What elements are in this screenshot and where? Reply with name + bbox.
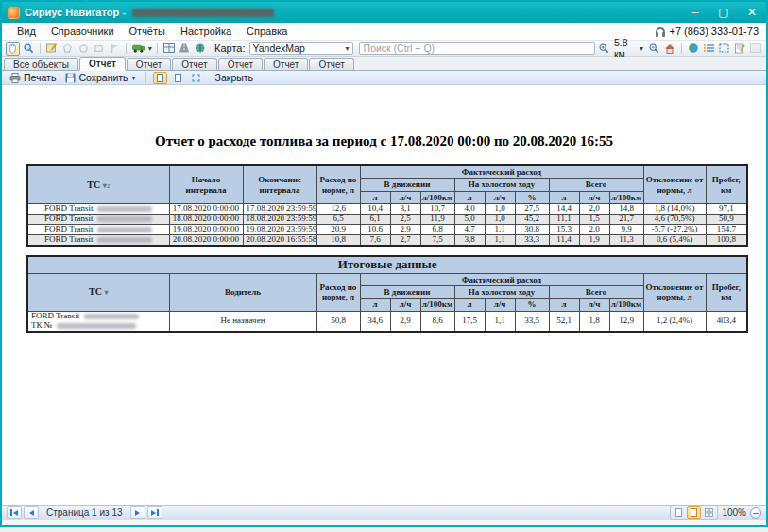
- menu-settings[interactable]: Настройка: [173, 24, 239, 39]
- table-cell: 6,5: [316, 214, 360, 224]
- edit-map-icon[interactable]: [45, 42, 59, 56]
- unit-header: л/ч: [579, 299, 609, 311]
- tab-report-active[interactable]: Отчет: [79, 57, 126, 71]
- last-page-button[interactable]: [147, 506, 162, 519]
- vehicle-icon[interactable]: [131, 42, 145, 56]
- globe-refresh-icon[interactable]: [194, 42, 207, 56]
- redacted-text: [97, 216, 152, 222]
- header-row: Итоговые данные: [27, 256, 747, 273]
- search-input[interactable]: [359, 42, 595, 55]
- table-cell: 14,8: [609, 204, 643, 215]
- save-dropdown-icon[interactable]: ▾: [132, 74, 136, 82]
- table-cell: 8,6: [420, 311, 454, 332]
- table-cell: 4,6 (70,5%): [643, 214, 706, 224]
- table-cell: 7,6: [360, 234, 390, 245]
- headset-icon: [656, 27, 665, 35]
- table-cell: 154,7: [706, 224, 747, 234]
- vehicle-dropdown-icon[interactable]: ▾: [148, 44, 152, 53]
- zoom-level: 100%: [722, 507, 746, 518]
- pan-hand-icon[interactable]: [6, 42, 20, 56]
- minimize-button[interactable]: –: [681, 2, 709, 23]
- road-icon[interactable]: [178, 42, 191, 56]
- maximize-button[interactable]: ▢: [709, 2, 738, 23]
- page-width-view-button[interactable]: [153, 72, 167, 84]
- next-page-button[interactable]: [130, 506, 145, 519]
- tab-all-objects[interactable]: Все объекты: [4, 58, 78, 70]
- unit-header: л: [360, 299, 390, 311]
- table-cell: 1,8: [579, 311, 609, 332]
- table-cell: 3,8: [454, 234, 485, 245]
- page-icon: [157, 74, 163, 82]
- unit-header: %: [515, 191, 549, 203]
- col-header-moving: В движении: [360, 285, 454, 298]
- notes-icon[interactable]: [733, 42, 746, 56]
- table-cell: 9,9: [609, 224, 643, 234]
- zoom-out-icon[interactable]: [647, 42, 660, 56]
- menu-directories[interactable]: Справочники: [43, 24, 122, 39]
- table-cell: 403,4: [706, 311, 747, 332]
- tab-report-6[interactable]: Отчет: [309, 58, 353, 70]
- table-cell: 15,3: [549, 224, 579, 234]
- save-button[interactable]: Сохранить ▾: [62, 72, 138, 83]
- normal-view-button[interactable]: [672, 506, 686, 519]
- report-title: Отчет о расходе топлива за период с 17.0…: [25, 133, 744, 149]
- table-cell: 1,0: [485, 214, 515, 224]
- map-provider-select[interactable]: YandexMap ▾: [249, 42, 353, 55]
- tab-report-4[interactable]: Отчет: [218, 58, 263, 70]
- table-cell: 100,8: [706, 234, 747, 245]
- prev-page-button[interactable]: [24, 506, 39, 519]
- tab-report-5[interactable]: Отчет: [264, 58, 308, 70]
- col-header-actual: Фактический расход: [360, 165, 643, 179]
- menu-bar: Вид Справочники Отчёты Настройка Справка…: [2, 23, 766, 41]
- circle-icon[interactable]: [77, 42, 90, 56]
- table-cell: 27,5: [515, 204, 549, 215]
- table-cell: 3,1: [390, 204, 420, 215]
- unit-header: л: [549, 299, 579, 311]
- table-cell: 30,8: [515, 224, 549, 234]
- zoom-out-button[interactable]: –: [750, 507, 761, 519]
- menu-reports[interactable]: Отчёты: [122, 24, 173, 39]
- col-header-total: Всего: [549, 179, 643, 191]
- vehicle-cell: FORD Transit ТК №: [27, 311, 169, 332]
- selection-frame-icon[interactable]: [718, 42, 731, 56]
- page-icon: [175, 74, 181, 82]
- table-cell: 2,7: [390, 234, 420, 245]
- table-cell: 5,0: [454, 214, 485, 224]
- fit-view-button[interactable]: [189, 72, 203, 84]
- globe-icon[interactable]: [687, 42, 700, 56]
- flag-icon[interactable]: [108, 42, 121, 56]
- menu-help[interactable]: Справка: [239, 24, 295, 39]
- app-window: Сириус Навигатор - – ▢ ✕ Вид Справочники…: [0, 0, 768, 527]
- table-cell: 11,4: [549, 234, 579, 245]
- menu-view[interactable]: Вид: [9, 24, 43, 39]
- first-page-button[interactable]: [7, 506, 22, 519]
- tab-report-2[interactable]: Отчет: [127, 58, 171, 70]
- close-button[interactable]: ✕: [738, 2, 766, 23]
- close-report-button[interactable]: Закрыть: [213, 72, 256, 83]
- driver-cell: Не назначен: [169, 311, 316, 332]
- vehicle-cell: FORD Transit: [27, 214, 169, 224]
- table-cell: 4,7: [454, 224, 485, 234]
- page-layout-view-button[interactable]: [687, 506, 701, 519]
- print-button[interactable]: Печать: [7, 72, 59, 83]
- col-header-norm: Расход по норме, л: [316, 273, 360, 311]
- zoom-in-icon[interactable]: [597, 42, 610, 56]
- vehicle-cell: FORD Transit: [27, 234, 169, 245]
- image-icon[interactable]: [749, 42, 762, 56]
- list-icon[interactable]: [702, 42, 715, 56]
- track-table-icon[interactable]: [162, 42, 176, 56]
- multi-page-view-button[interactable]: [702, 506, 716, 519]
- multi-page-icon: [705, 508, 713, 517]
- table-cell: 12,9: [609, 311, 643, 332]
- table-cell: 45,2: [515, 214, 549, 224]
- polygon-icon[interactable]: [61, 42, 75, 56]
- tab-report-3[interactable]: Отчет: [172, 58, 216, 70]
- col-header-idle: На холостом ходу: [454, 179, 549, 191]
- home-icon[interactable]: [662, 42, 675, 56]
- rectangle-icon[interactable]: [92, 42, 105, 56]
- unit-header: %: [515, 299, 549, 311]
- col-header-actual: Фактический расход: [360, 273, 643, 285]
- zoom-tool-icon[interactable]: [22, 42, 35, 56]
- whole-page-view-button[interactable]: [171, 72, 185, 84]
- table-cell: 10,7: [420, 204, 454, 215]
